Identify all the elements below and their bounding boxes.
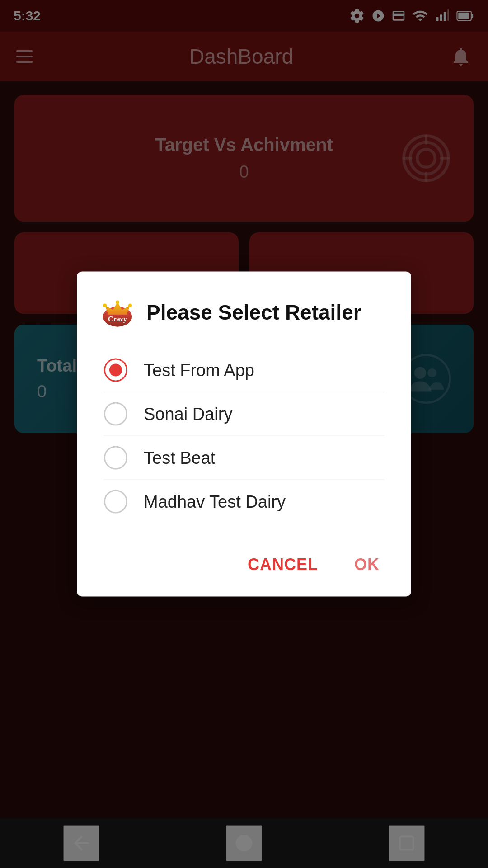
option-madhav-test-dairy[interactable]: Madhav Test Dairy xyxy=(99,480,389,524)
svg-text:Crazy: Crazy xyxy=(108,315,127,323)
svg-point-24 xyxy=(116,301,119,304)
option-sonai-dairy[interactable]: Sonai Dairy xyxy=(99,392,389,436)
option-label-madhav-test-dairy: Madhav Test Dairy xyxy=(144,492,286,511)
cancel-button[interactable]: CANCEL xyxy=(239,551,327,579)
radio-test-beat[interactable] xyxy=(104,446,127,470)
radio-madhav-test-dairy[interactable] xyxy=(104,490,127,514)
select-retailer-dialog: Crazy Please Select Retailer Test From A… xyxy=(77,272,411,597)
option-label-sonai-dairy: Sonai Dairy xyxy=(144,404,232,424)
svg-point-25 xyxy=(128,304,132,307)
svg-marker-22 xyxy=(105,302,130,315)
svg-point-23 xyxy=(103,304,107,307)
dialog-actions: CANCEL OK xyxy=(99,542,389,579)
dialog-header: Crazy Please Select Retailer xyxy=(99,294,389,330)
radio-inner-test-from-app xyxy=(109,364,122,377)
option-test-beat[interactable]: Test Beat xyxy=(99,436,389,480)
option-label-test-beat: Test Beat xyxy=(144,448,215,467)
radio-sonai-dairy[interactable] xyxy=(104,402,127,426)
option-test-from-app[interactable]: Test From App xyxy=(99,349,389,392)
radio-test-from-app[interactable] xyxy=(104,359,127,382)
ok-button[interactable]: OK xyxy=(345,551,389,579)
dialog-logo: Crazy xyxy=(99,294,136,330)
option-label-test-from-app: Test From App xyxy=(144,360,254,380)
dialog-title: Please Select Retailer xyxy=(146,300,361,325)
dialog-options: Test From App Sonai Dairy Test Beat Madh… xyxy=(99,349,389,524)
